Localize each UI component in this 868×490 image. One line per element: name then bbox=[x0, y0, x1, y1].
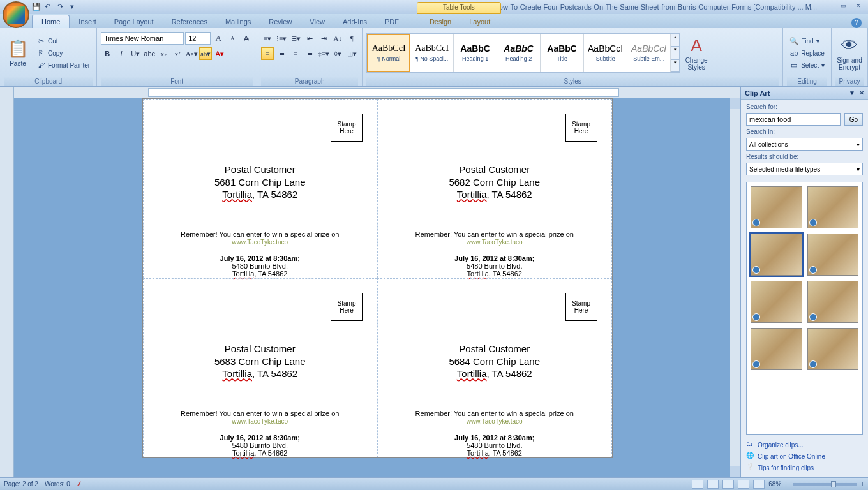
style-item-1[interactable]: AaBbCcI¶ No Spaci... bbox=[410, 34, 454, 72]
horizontal-ruler[interactable] bbox=[14, 87, 740, 98]
document-page[interactable]: Stamp Here Postal Customer 5681 Corn Chi… bbox=[142, 98, 613, 458]
find-button[interactable]: 🔍Find ▾ bbox=[787, 35, 827, 47]
clipart-search-input[interactable] bbox=[746, 113, 841, 126]
clip-result-3[interactable] bbox=[751, 234, 802, 276]
results-select[interactable]: Selected media file types▾ bbox=[746, 163, 863, 175]
organize-clips-link[interactable]: 🗂Organize clips... bbox=[746, 440, 863, 449]
clip-result-7[interactable] bbox=[751, 328, 802, 370]
italic-button[interactable]: I bbox=[115, 47, 128, 60]
gallery-more[interactable]: ▾ bbox=[671, 59, 680, 72]
full-screen-view[interactable] bbox=[707, 480, 719, 489]
clip-result-5[interactable] bbox=[751, 281, 802, 323]
tab-review[interactable]: Review bbox=[260, 15, 301, 28]
redo-icon[interactable]: ↷ bbox=[57, 3, 66, 11]
font-name-input[interactable] bbox=[101, 32, 184, 45]
style-item-4[interactable]: AaBbCTitle bbox=[541, 34, 584, 72]
clip-result-1[interactable] bbox=[751, 186, 802, 228]
tab-home[interactable]: Home bbox=[32, 15, 70, 28]
indent-left-button[interactable]: ⇤ bbox=[303, 32, 316, 45]
multilevel-button[interactable]: ⊟▾ bbox=[289, 32, 302, 45]
close-button[interactable]: ✕ bbox=[851, 3, 865, 11]
style-item-0[interactable]: AaBbCcI¶ Normal bbox=[367, 34, 410, 72]
select-button[interactable]: ▭Select ▾ bbox=[787, 59, 827, 71]
numbering-button[interactable]: ⁝≡▾ bbox=[275, 32, 288, 45]
change-case-button[interactable]: Aa▾ bbox=[185, 47, 198, 60]
font-color-button[interactable]: A▾ bbox=[213, 47, 226, 60]
bullets-button[interactable]: ≡▾ bbox=[261, 32, 274, 45]
align-right-button[interactable]: ≡ bbox=[289, 47, 302, 60]
tab-insert[interactable]: Insert bbox=[70, 15, 105, 28]
clip-result-8[interactable] bbox=[807, 328, 859, 370]
postcard-2[interactable]: Stamp Here Postal Customer 5682 Corn Chi… bbox=[377, 99, 612, 278]
highlight-button[interactable]: ab▾ bbox=[199, 47, 212, 60]
zoom-in-button[interactable]: + bbox=[860, 480, 864, 487]
tab-layout[interactable]: Layout bbox=[460, 15, 499, 28]
pane-dropdown-icon[interactable]: ▼ bbox=[849, 89, 855, 96]
justify-button[interactable]: ≣ bbox=[303, 47, 316, 60]
cut-button[interactable]: ✂Cut bbox=[34, 35, 93, 47]
show-marks-button[interactable]: ¶ bbox=[345, 32, 358, 45]
zoom-value[interactable]: 68% bbox=[768, 480, 781, 487]
proofing-icon[interactable]: ✗ bbox=[77, 480, 82, 487]
print-layout-view[interactable] bbox=[692, 480, 703, 489]
style-item-5[interactable]: AaBbCcISubtitle bbox=[584, 34, 627, 72]
web-layout-view[interactable] bbox=[722, 480, 734, 489]
tab-page-layout[interactable]: Page Layout bbox=[105, 15, 163, 28]
search-in-select[interactable]: All collections▾ bbox=[746, 138, 863, 151]
paste-button[interactable]: 📋 Paste bbox=[4, 31, 32, 75]
words-status[interactable]: Words: 0 bbox=[45, 480, 70, 487]
change-styles-button[interactable]: A Change Styles bbox=[682, 31, 710, 75]
align-center-button[interactable]: ≣ bbox=[275, 47, 288, 60]
save-icon[interactable]: 💾 bbox=[32, 3, 41, 11]
style-gallery[interactable]: AaBbCcI¶ NormalAaBbCcI¶ No Spaci...AaBbC… bbox=[366, 33, 680, 73]
tab-view[interactable]: View bbox=[301, 15, 334, 28]
postcard-4[interactable]: Stamp Here Postal Customer 5684 Corn Chi… bbox=[377, 278, 612, 457]
tips-link[interactable]: ❔Tips for finding clips bbox=[746, 463, 863, 472]
line-spacing-button[interactable]: ‡≡▾ bbox=[317, 47, 330, 60]
indent-right-button[interactable]: ⇥ bbox=[317, 32, 330, 45]
zoom-out-button[interactable]: − bbox=[785, 480, 789, 487]
minimize-button[interactable]: — bbox=[821, 3, 835, 11]
outline-view[interactable] bbox=[738, 480, 749, 489]
superscript-button[interactable]: x² bbox=[171, 47, 184, 60]
go-button[interactable]: Go bbox=[844, 113, 863, 126]
tab-addins[interactable]: Add-Ins bbox=[334, 15, 376, 28]
bold-button[interactable]: B bbox=[101, 47, 114, 60]
shading-button[interactable]: ◊▾ bbox=[331, 47, 344, 60]
vertical-scrollbar[interactable] bbox=[730, 98, 740, 477]
draft-view[interactable] bbox=[753, 480, 765, 489]
style-item-2[interactable]: AaBbCHeading 1 bbox=[454, 34, 497, 72]
align-left-button[interactable]: ≡ bbox=[261, 47, 274, 60]
style-item-3[interactable]: AaBbCHeading 2 bbox=[497, 34, 541, 72]
clear-format-button[interactable]: A̶ bbox=[240, 32, 253, 45]
clip-result-2[interactable] bbox=[807, 186, 859, 228]
help-icon[interactable]: ? bbox=[851, 18, 862, 28]
clip-result-4[interactable] bbox=[807, 234, 859, 276]
sign-encrypt-button[interactable]: 👁 Sign and Encrypt bbox=[835, 31, 864, 75]
postcard-1[interactable]: Stamp Here Postal Customer 5681 Corn Chi… bbox=[143, 99, 378, 278]
grow-font-button[interactable]: A bbox=[212, 32, 225, 45]
clip-result-6[interactable] bbox=[807, 281, 859, 323]
style-item-6[interactable]: AaBbCcISubtle Em... bbox=[627, 34, 671, 72]
copy-button[interactable]: ⎘Copy bbox=[34, 47, 93, 59]
tab-mailings[interactable]: Mailings bbox=[216, 15, 260, 28]
sort-button[interactable]: A↓ bbox=[331, 32, 344, 45]
underline-button[interactable]: U▾ bbox=[129, 47, 142, 60]
office-button[interactable] bbox=[3, 1, 29, 28]
qat-more-icon[interactable]: ▾ bbox=[70, 3, 79, 11]
format-painter-button[interactable]: 🖌Format Painter bbox=[34, 59, 93, 71]
vertical-ruler[interactable] bbox=[0, 87, 14, 477]
gallery-up[interactable]: ▴ bbox=[671, 34, 680, 47]
page-status[interactable]: Page: 2 of 2 bbox=[4, 480, 38, 487]
clipart-online-link[interactable]: 🌐Clip art on Office Online bbox=[746, 452, 863, 461]
strike-button[interactable]: abc bbox=[143, 47, 156, 60]
restore-button[interactable]: ▭ bbox=[836, 3, 850, 11]
postcard-3[interactable]: Stamp Here Postal Customer 5683 Corn Chi… bbox=[143, 278, 378, 457]
shrink-font-button[interactable]: A bbox=[226, 32, 239, 45]
tab-design[interactable]: Design bbox=[421, 15, 460, 28]
pane-close-icon[interactable]: ✕ bbox=[859, 89, 864, 96]
font-size-input[interactable] bbox=[185, 32, 211, 45]
replace-button[interactable]: abReplace bbox=[787, 47, 827, 59]
undo-icon[interactable]: ↶ bbox=[45, 3, 54, 11]
borders-button[interactable]: ⊞▾ bbox=[345, 47, 358, 60]
